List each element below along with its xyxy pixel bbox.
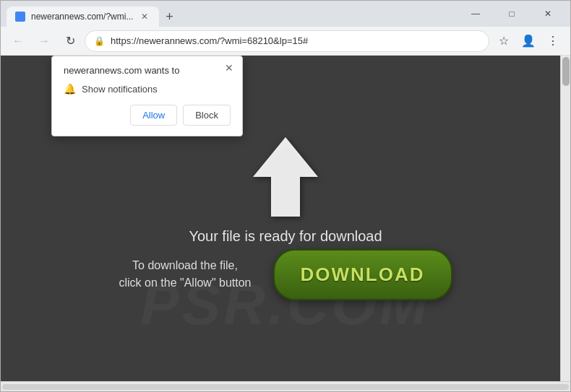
active-tab[interactable]: newerannews.com/?wmi... ✕	[7, 6, 159, 27]
browser-window: newerannews.com/?wmi... ✕ + — □ ✕ ← → ↻ …	[0, 0, 571, 392]
notification-popup: ✕ newerannews.com wants to 🔔 Show notifi…	[51, 56, 243, 136]
maximize-button[interactable]: □	[495, 3, 528, 25]
account-button[interactable]: 👤	[517, 30, 540, 53]
toolbar: ← → ↻ 🔒 https://newerannews.com/?wmi=682…	[1, 27, 570, 56]
new-tab-button[interactable]: +	[159, 6, 179, 27]
tab-title: newerannews.com/?wmi...	[31, 12, 133, 22]
notification-text: Show notifications	[82, 84, 158, 95]
bookmark-button[interactable]: ☆	[492, 30, 515, 53]
url-text: https://newerannews.com/?wmi=68210&lp=15…	[111, 35, 480, 46]
tab-bar: newerannews.com/?wmi... ✕ +	[7, 1, 456, 27]
lock-icon: 🔒	[94, 36, 105, 46]
forward-button[interactable]: →	[33, 30, 56, 53]
scrollbar-track	[2, 384, 569, 390]
title-bar: newerannews.com/?wmi... ✕ + — □ ✕	[1, 1, 570, 27]
page-content: PSR.COM Your file is ready for download …	[1, 56, 570, 381]
refresh-button[interactable]: ↻	[59, 30, 82, 53]
popup-title: newerannews.com wants to	[64, 65, 231, 76]
page-center: Your file is ready for download To downl…	[119, 137, 452, 300]
address-bar[interactable]: 🔒 https://newerannews.com/?wmi=68210&lp=…	[85, 30, 489, 52]
menu-button[interactable]: ⋮	[541, 30, 564, 53]
toolbar-actions: ☆ 👤 ⋮	[492, 30, 564, 53]
block-button[interactable]: Block	[183, 105, 231, 126]
popup-buttons: Allow Block	[64, 105, 231, 126]
svg-marker-0	[253, 137, 318, 217]
popup-close-button[interactable]: ✕	[222, 61, 236, 75]
tab-close-button[interactable]: ✕	[139, 11, 150, 22]
allow-button[interactable]: Allow	[130, 105, 177, 126]
download-area: Your file is ready for download	[189, 228, 382, 245]
arrow-up-icon	[253, 137, 318, 217]
ready-text: Your file is ready for download	[189, 228, 382, 245]
tab-favicon	[15, 12, 25, 22]
download-button[interactable]: DOWNLOAD	[273, 249, 452, 300]
minimize-button[interactable]: —	[459, 3, 492, 25]
bottom-row: To download the file, click on the "Allo…	[119, 249, 452, 300]
window-controls: — □ ✕	[459, 3, 564, 25]
bell-icon: 🔔	[64, 83, 76, 95]
scrollbar-thumb[interactable]	[562, 57, 570, 86]
vertical-scrollbar[interactable]	[560, 56, 570, 381]
notification-row: 🔔 Show notifications	[64, 83, 231, 95]
instruction-text: To download the file, click on the "Allo…	[119, 257, 252, 292]
close-button[interactable]: ✕	[531, 3, 564, 25]
back-button[interactable]: ←	[7, 30, 30, 53]
horizontal-scrollbar[interactable]	[1, 381, 570, 391]
